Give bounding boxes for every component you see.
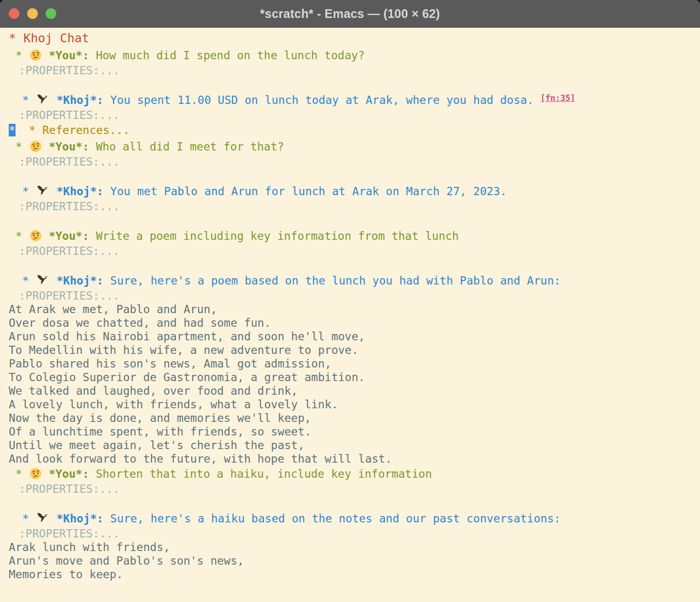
- message-text: Write a poem including key information f…: [96, 230, 459, 242]
- message-text: Sure, here's a haiku based on the notes …: [110, 512, 561, 525]
- references-label: * References...: [29, 124, 130, 136]
- poem-line: Now the day is done, and memories we'll …: [0, 411, 700, 425]
- speaker-label: *You*:: [49, 49, 89, 62]
- speaker-label: *Khoj*:: [56, 94, 103, 106]
- properties-drawer[interactable]: :PROPERTIES:...: [0, 64, 700, 77]
- eagle-icon: [35, 510, 50, 527]
- eagle-icon: [35, 183, 50, 200]
- org-heading-khoj-message-4[interactable]: * *Khoj*: Sure, here's a haiku based on …: [0, 510, 700, 527]
- references-section[interactable]: * * References...: [0, 122, 700, 138]
- org-heading-khoj-message-3[interactable]: * *Khoj*: Sure, here's a poem based on t…: [0, 272, 700, 289]
- blank-line: [0, 496, 700, 510]
- org-star: *: [22, 94, 29, 106]
- speaker-label: *Khoj*:: [56, 512, 103, 525]
- poem-line: At Arak we met, Pablo and Arun,: [0, 302, 700, 316]
- doc-title: Khoj Chat: [23, 31, 89, 45]
- speaker-label: *Khoj*:: [56, 185, 103, 198]
- poem-line: A lovely lunch, with friends, what a lov…: [0, 398, 700, 411]
- haiku-line: Arun's move and Pablo's son's news,: [0, 554, 700, 568]
- window-titlebar[interactable]: *scratch* - Emacs — (100 × 62): [0, 0, 700, 28]
- emacs-buffer[interactable]: * Khoj Chat * *You*: How much did I spen…: [0, 28, 700, 602]
- org-heading-you-message-4[interactable]: * *You*: Shorten that into a haiku, incl…: [0, 466, 700, 482]
- org-star: *: [22, 512, 29, 525]
- properties-drawer[interactable]: :PROPERTIES:...: [0, 527, 700, 540]
- org-star: *: [16, 49, 22, 62]
- haiku-line: Memories to keep.: [0, 568, 700, 581]
- thinking-face-icon: [29, 466, 42, 482]
- org-star: *: [22, 274, 29, 287]
- message-text: You met Pablo and Arun for lunch at Arak…: [110, 185, 507, 198]
- poem-line: And look forward to the future, with hop…: [0, 452, 700, 466]
- properties-drawer[interactable]: :PROPERTIES:...: [0, 244, 700, 258]
- poem-line: Arun sold his Nairobi apartment, and soo…: [0, 330, 700, 343]
- poem-line: Of a lunchtime spent, with friends, so s…: [0, 425, 700, 438]
- org-star: *: [16, 468, 22, 480]
- speaker-label: *You*:: [49, 230, 89, 242]
- poem-line: Until we meet again, let's cherish the p…: [0, 438, 700, 452]
- blank-line: [0, 213, 700, 228]
- window-title: *scratch* - Emacs — (100 × 62): [0, 0, 700, 27]
- emacs-window: *scratch* - Emacs — (100 × 62) * Khoj Ch…: [0, 0, 700, 602]
- thinking-face-icon: [29, 138, 42, 155]
- blank-line: [0, 168, 700, 183]
- message-text: Shorten that into a haiku, include key i…: [96, 468, 432, 480]
- properties-drawer[interactable]: :PROPERTIES:...: [0, 108, 700, 122]
- speaker-label: *You*:: [49, 140, 89, 153]
- eagle-icon: [35, 272, 50, 289]
- message-text: How much did I spend on the lunch today?: [96, 49, 365, 62]
- poem-line: Over dosa we chatted, and had some fun.: [0, 316, 700, 330]
- org-heading-you-message-3[interactable]: * *You*: Write a poem including key info…: [0, 228, 700, 244]
- org-heading-khoj-message-1[interactable]: * *Khoj*: You spent 11.00 USD on lunch t…: [0, 92, 700, 108]
- org-star: *: [16, 230, 22, 242]
- speaker-label: *Khoj*:: [56, 274, 103, 287]
- speaker-label: *You*:: [49, 468, 89, 480]
- poem-line: We talked and laughed, over food and dri…: [0, 384, 700, 398]
- properties-drawer[interactable]: :PROPERTIES:...: [0, 155, 700, 168]
- message-text: You spent 11.00 USD on lunch today at Ar…: [110, 94, 533, 106]
- org-star: *: [22, 185, 29, 198]
- text-cursor: *: [9, 124, 16, 136]
- properties-drawer[interactable]: :PROPERTIES:...: [0, 482, 700, 496]
- org-heading-khoj-chat[interactable]: * Khoj Chat: [0, 30, 700, 47]
- org-heading-khoj-message-2[interactable]: * *Khoj*: You met Pablo and Arun for lun…: [0, 183, 700, 200]
- poem-line: To Medellin with his wife, a new adventu…: [0, 343, 700, 357]
- message-text: Sure, here's a poem based on the lunch y…: [110, 274, 561, 287]
- properties-drawer[interactable]: :PROPERTIES:...: [0, 200, 700, 213]
- poem-line: Pablo shared his son's news, Amal got ad…: [0, 357, 700, 370]
- blank-line: [0, 77, 700, 92]
- poem-line: To Colegio Superior de Gastronomia, a gr…: [0, 370, 700, 384]
- message-text: Who all did I meet for that?: [96, 140, 284, 153]
- thinking-face-icon: [29, 228, 42, 244]
- org-star: *: [9, 31, 16, 45]
- org-heading-you-message-2[interactable]: * *You*: Who all did I meet for that?: [0, 138, 700, 155]
- footnote-link[interactable]: [fn:35]: [540, 93, 575, 103]
- properties-drawer[interactable]: :PROPERTIES:...: [0, 289, 700, 302]
- org-heading-you-message-1[interactable]: * *You*: How much did I spend on the lun…: [0, 47, 700, 64]
- eagle-icon: [35, 92, 50, 108]
- blank-line: [0, 258, 700, 272]
- thinking-face-icon: [29, 47, 42, 64]
- org-star: *: [16, 140, 22, 153]
- haiku-line: Arak lunch with friends,: [0, 540, 700, 554]
